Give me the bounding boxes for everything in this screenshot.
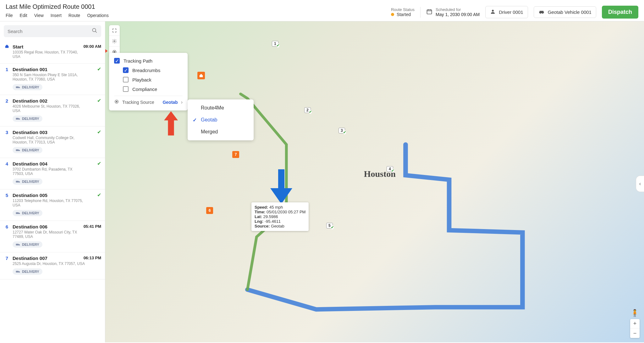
breadcrumb-tooltip: Speed: 45 mph Time: 05/01/2030 05:27 PM … bbox=[251, 202, 309, 231]
compliance-label: Compliance bbox=[132, 87, 157, 92]
route-status-label: Route Status bbox=[391, 7, 415, 12]
menu-operations[interactable]: Operations bbox=[87, 13, 108, 18]
menubar: File Edit View Insert Route Operations bbox=[6, 13, 385, 21]
svg-rect-6 bbox=[16, 181, 19, 183]
menu-file[interactable]: File bbox=[6, 13, 13, 18]
stop-index: 1 bbox=[4, 67, 9, 90]
svg-point-10 bbox=[114, 41, 115, 42]
stop-index: 7 bbox=[4, 256, 9, 275]
zoom-in-button[interactable]: + bbox=[630, 319, 640, 329]
map-canvas[interactable]: Houston ✓ Tracking Path ✓ Breadcrumbs Pl… bbox=[105, 21, 644, 342]
marker-3[interactable]: 3✔ bbox=[339, 128, 345, 133]
tracking-path-checkbox[interactable]: ✓ bbox=[114, 58, 120, 64]
svg-point-14 bbox=[116, 101, 117, 102]
stop-time: 09:00 AM bbox=[83, 44, 101, 49]
map-control-stack bbox=[109, 25, 120, 57]
svg-rect-8 bbox=[16, 244, 19, 245]
stop-item[interactable]: 7Destination 0072525 Augusta Dr, Houston… bbox=[0, 252, 105, 279]
search-icon[interactable] bbox=[92, 28, 97, 35]
svg-point-1 bbox=[492, 10, 494, 12]
breadcrumbs-checkbox[interactable]: ✓ bbox=[123, 67, 129, 73]
breadcrumbs-label: Breadcrumbs bbox=[132, 68, 160, 73]
settings-button[interactable] bbox=[109, 36, 120, 47]
stop-time: 05:41 PM bbox=[84, 224, 101, 229]
source-option-route4me[interactable]: Route4Me bbox=[188, 102, 254, 114]
stop-item[interactable]: 4Destination 0043702 Dumbarton Rd, Pasad… bbox=[0, 158, 105, 189]
driver-name: Driver 0001 bbox=[499, 9, 523, 15]
menu-route[interactable]: Route bbox=[69, 13, 80, 18]
stop-item[interactable]: Start10335 Regal Row, Houston, TX 77040,… bbox=[0, 41, 105, 64]
check-icon: ✔ bbox=[97, 98, 101, 104]
check-icon: ✔ bbox=[97, 192, 101, 198]
vehicle-icon bbox=[538, 9, 545, 15]
search-box[interactable] bbox=[4, 25, 101, 37]
svg-rect-5 bbox=[16, 149, 19, 151]
stop-item[interactable]: 1Destination 001350 N Sam Houston Pkwy E… bbox=[0, 64, 105, 95]
dispatch-button[interactable]: Dispatch bbox=[602, 6, 638, 19]
driver-chip[interactable]: Driver 0001 bbox=[485, 6, 528, 18]
route-status: Route Status Started bbox=[391, 7, 415, 17]
tracking-source-row[interactable]: Tracking Source Geotab › bbox=[114, 96, 183, 105]
scheduled-block[interactable]: Scheduled for May 1, 2030 09:00 AM bbox=[426, 7, 480, 17]
stop-address: 3702 Dumbarton Rd, Pasadena, TX 77503, U… bbox=[13, 167, 85, 176]
playback-checkbox[interactable] bbox=[123, 77, 129, 82]
tracking-path-label: Tracking Path bbox=[124, 58, 152, 64]
svg-rect-9 bbox=[16, 271, 19, 273]
vehicle-chip[interactable]: Geotab Vehicle 0001 bbox=[534, 6, 596, 18]
marker-7[interactable]: 7 bbox=[232, 151, 239, 158]
marker-home[interactable] bbox=[197, 72, 205, 79]
marker-5[interactable]: 5✔ bbox=[326, 223, 333, 228]
menu-view[interactable]: View bbox=[34, 13, 44, 18]
delivery-pill: DELIVERY bbox=[13, 210, 42, 216]
tracking-source-value: Geotab bbox=[162, 100, 178, 105]
source-option-merged[interactable]: Merged bbox=[188, 126, 254, 138]
compliance-checkbox[interactable] bbox=[123, 86, 129, 92]
svg-point-2 bbox=[92, 28, 96, 32]
check-icon: ✔ bbox=[97, 66, 101, 72]
pegman-icon[interactable]: 🧍 bbox=[630, 309, 639, 317]
calendar-icon bbox=[426, 8, 432, 16]
chevron-right-icon: › bbox=[181, 99, 183, 105]
target-icon bbox=[114, 99, 119, 105]
stop-address: 2525 Augusta Dr, Houston, TX 77057, USA bbox=[13, 261, 85, 266]
delivery-pill: DELIVERY bbox=[13, 115, 42, 122]
stop-item[interactable]: 5Destination 00511203 Telephone Rd, Hous… bbox=[0, 189, 105, 221]
marker-1[interactable]: 1✔ bbox=[272, 41, 278, 47]
stop-address: Codwell Hall, Community College Dr, Hous… bbox=[13, 136, 85, 144]
marker-6[interactable]: 6 bbox=[206, 207, 213, 214]
stop-item[interactable]: 2Destination 0024026 Melbourne St, Houst… bbox=[0, 95, 105, 127]
stops-sidebar: Start10335 Regal Row, Houston, TX 77040,… bbox=[0, 21, 105, 342]
menu-insert[interactable]: Insert bbox=[51, 13, 62, 18]
home-icon bbox=[4, 44, 9, 59]
stop-address: 10335 Regal Row, Houston, TX 77040, USA bbox=[13, 50, 85, 59]
stop-index: 6 bbox=[4, 224, 9, 248]
collapse-right-panel-button[interactable]: ‹ bbox=[636, 176, 644, 192]
check-icon: ✔ bbox=[97, 129, 101, 135]
source-option-geotab[interactable]: Geotab bbox=[188, 114, 254, 126]
tracking-source-menu: Route4Me Geotab Merged bbox=[188, 99, 254, 140]
marker-4[interactable]: 4✔ bbox=[387, 166, 393, 172]
stop-address: 11203 Telephone Rd, Houston, TX 77075, U… bbox=[13, 199, 85, 207]
stop-title: Destination 004 bbox=[13, 161, 101, 166]
menu-edit[interactable]: Edit bbox=[20, 13, 27, 18]
person-icon bbox=[490, 9, 496, 15]
svg-rect-4 bbox=[16, 118, 19, 120]
zoom-out-button[interactable]: − bbox=[630, 329, 640, 338]
stop-item[interactable]: 6Destination 00612727 Water Oak Dr, Miss… bbox=[0, 221, 105, 252]
stop-time: 06:13 PM bbox=[84, 256, 101, 260]
tracking-panel: ✓ Tracking Path ✓ Breadcrumbs Playback C… bbox=[109, 53, 188, 110]
stop-title: Destination 002 bbox=[13, 98, 101, 104]
check-icon: ✔ bbox=[97, 160, 101, 166]
stop-index: 2 bbox=[4, 98, 9, 122]
annotation-arrow-1 bbox=[105, 43, 108, 59]
stop-address: 350 N Sam Houston Pkwy E Ste 101A, Houst… bbox=[13, 73, 85, 82]
marker-2[interactable]: 2✔ bbox=[304, 107, 311, 113]
page-title: Last Mile Optimized Route 0001 bbox=[6, 3, 385, 10]
search-input[interactable] bbox=[8, 29, 92, 34]
svg-point-12 bbox=[114, 51, 115, 53]
fullscreen-button[interactable] bbox=[109, 25, 120, 36]
stop-index: 4 bbox=[4, 161, 9, 185]
stop-item[interactable]: 3Destination 003Codwell Hall, Community … bbox=[0, 127, 105, 158]
delivery-pill: DELIVERY bbox=[13, 147, 42, 153]
svg-rect-7 bbox=[16, 212, 19, 214]
